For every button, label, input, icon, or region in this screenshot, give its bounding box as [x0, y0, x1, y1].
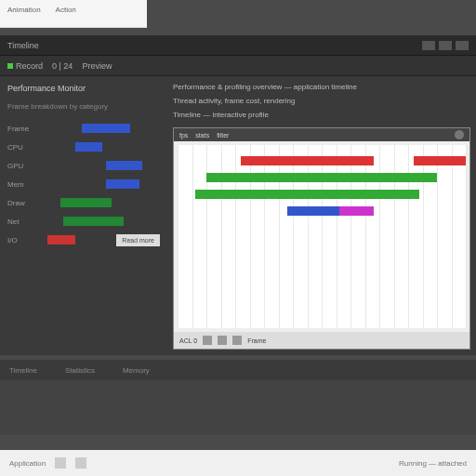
tab-2[interactable]: Action [56, 6, 76, 21]
chart-frame: fps stats filter ACL 0 Frame [173, 127, 470, 350]
chart-head-filter[interactable]: filter [217, 132, 229, 139]
read-more-button[interactable]: Read more [116, 234, 160, 246]
tab-1[interactable]: Animation [7, 6, 41, 21]
tab-timeline[interactable]: Timeline [9, 366, 37, 375]
bottom-tabs: Timeline Statistics Memory [0, 360, 476, 380]
chart-footer: ACL 0 Frame [174, 332, 469, 349]
tab-memory[interactable]: Memory [123, 366, 150, 375]
timeline-bar[interactable] [287, 206, 339, 216]
taskbar-icon[interactable] [55, 457, 66, 469]
header-line-2: Thread activity, frame cost, rendering [173, 96, 470, 106]
chart-foot-frame: Frame [247, 337, 266, 344]
preview-button[interactable]: Preview [82, 61, 112, 71]
record-dot-icon [7, 63, 13, 69]
metric-row[interactable]: Mem [7, 178, 160, 191]
timeline-bar[interactable] [241, 156, 374, 165]
minimize-icon[interactable] [422, 41, 435, 50]
record-button[interactable]: Record [7, 61, 43, 71]
sidebar-title: Performance Monitor [7, 84, 160, 93]
play-icon[interactable] [218, 336, 227, 345]
browser-tabs: Animation Action [0, 0, 147, 28]
chart-head-fps: fps [179, 132, 188, 139]
chart-foot-left: ACL 0 [179, 337, 197, 344]
timeline-bar[interactable] [339, 206, 374, 216]
taskbar-status: Running — attached [399, 459, 467, 468]
frame-counter: 0 | 24 [52, 61, 73, 71]
metric-row[interactable]: GPU [7, 159, 160, 172]
metric-row[interactable]: Draw [7, 196, 160, 209]
taskbar: Application Running — attached [0, 450, 476, 476]
maximize-icon[interactable] [439, 41, 452, 50]
sidebar-subtitle: Frame breakdown by category [7, 102, 160, 111]
timeline-bar[interactable] [195, 190, 420, 199]
tab-statistics[interactable]: Statistics [65, 366, 95, 375]
main-panel: Performance & profiling overview — appli… [167, 76, 476, 355]
metric-row[interactable]: CPU [7, 140, 160, 153]
metric-row[interactable]: Net [7, 215, 160, 228]
step-back-icon[interactable] [203, 336, 212, 345]
titlebar: Timeline [0, 35, 476, 56]
taskbar-app[interactable]: Application [9, 459, 46, 468]
sidebar: Performance Monitor Frame breakdown by c… [0, 76, 167, 355]
timeline-bar[interactable] [206, 173, 437, 182]
chart-toolbar: fps stats filter [174, 128, 469, 141]
window-title: Timeline [7, 41, 39, 50]
metric-row[interactable]: I/ORead more [7, 233, 160, 246]
header-line-3: Timeline — interactive profile [173, 110, 470, 120]
chart-close-icon[interactable] [455, 130, 464, 139]
header-line-1: Performance & profiling overview — appli… [173, 82, 470, 92]
overlay-panel [0, 379, 476, 435]
app-window: Timeline Record 0 | 24 Preview Performan… [0, 35, 476, 355]
taskbar-icon[interactable] [75, 457, 86, 469]
close-icon[interactable] [456, 41, 469, 50]
chart-head-stats[interactable]: stats [195, 132, 209, 139]
step-fwd-icon[interactable] [232, 336, 242, 345]
timeline-plot[interactable] [178, 145, 466, 328]
metric-row[interactable]: Frame [7, 122, 160, 135]
timeline-bar[interactable] [414, 156, 466, 165]
sub-toolbar: Record 0 | 24 Preview [0, 56, 476, 76]
